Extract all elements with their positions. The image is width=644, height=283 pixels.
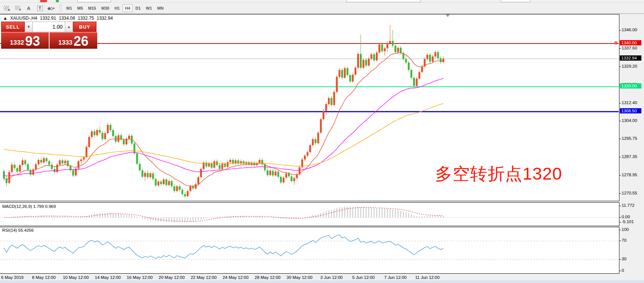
axis-tickmark xyxy=(619,206,621,206)
toolbar-box-sliver xyxy=(501,0,530,2)
buy-button[interactable]: BUY xyxy=(73,22,96,32)
buy-chip-sliver xyxy=(40,0,47,2)
rsi-tick-100: 100 xyxy=(622,227,629,232)
close-value: 1332.94 xyxy=(96,16,112,21)
time-label-7-Jun-12-00: 7 Jun 12:00 xyxy=(384,275,406,280)
axis-tickmark xyxy=(619,139,621,139)
buy-price-display[interactable]: 1333 26 xyxy=(50,32,97,49)
time-label-14-May-12-00: 14 May 12:00 xyxy=(95,275,121,280)
timeframe-bar: M1M5M15M30H1H4D1W1MN xyxy=(64,4,166,12)
text-icon[interactable]: A xyxy=(24,4,34,12)
time-label-8-May-12-00: 8 May 12:00 xyxy=(32,275,55,280)
timeframe-button-D1[interactable]: D1 xyxy=(133,4,143,12)
volume-decrease-button[interactable]: ▼ xyxy=(25,22,33,32)
rsi-tick-0: 0 xyxy=(622,268,624,273)
bottom-strip xyxy=(0,281,644,283)
time-label-16-May-12-00: 16 May 12:00 xyxy=(127,275,153,280)
toolbar-box-sliver xyxy=(77,0,111,2)
sell-price-big: 93 xyxy=(25,35,40,48)
price-tick-1287.35: 1287.35 xyxy=(622,154,637,159)
timeframe-button-M30[interactable]: M30 xyxy=(99,4,111,12)
rsi-canvas[interactable] xyxy=(0,227,619,273)
axis-tickmark xyxy=(619,230,621,230)
timeframe-button-MN[interactable]: MN xyxy=(155,4,166,12)
axis-tickmark xyxy=(619,48,621,49)
mt4-window: E F A T ◆◇▾ M1M5M15M30H1H4D1W1MN ▲ XAUUS… xyxy=(0,0,644,283)
one-click-trading-panel: SELL ▼ ▲ BUY 1332 93 1333 26 xyxy=(1,22,97,49)
axis-tickmark xyxy=(619,121,621,121)
rsi-tick-70: 70 xyxy=(622,238,626,242)
timeframe-button-M15[interactable]: M15 xyxy=(86,4,98,12)
macd-label: MACD(12,26,9) 1.799 0.969 xyxy=(2,204,56,209)
chart-shift-marker-icon[interactable] xyxy=(446,15,450,17)
price-axis[interactable]: 1346.001337.601329.201320.801312.401304.… xyxy=(619,14,644,274)
axis-tickmark xyxy=(619,241,621,241)
axis-tickmark xyxy=(619,193,621,194)
time-label-30-May-12-00: 30 May 12:00 xyxy=(286,275,313,280)
time-label-3-Jun-12-00: 3 Jun 12:00 xyxy=(320,275,343,280)
time-label-20-May-12-00: 20 May 12:00 xyxy=(159,275,185,280)
axis-tickmark xyxy=(619,217,621,218)
axis-tickmark xyxy=(619,259,621,260)
fibo-expansion-icon[interactable]: E xyxy=(1,4,11,12)
toolbar-box-sliver xyxy=(346,0,421,2)
timeframe-button-H1[interactable]: H1 xyxy=(112,4,122,12)
price-tick-1337.60: 1337.60 xyxy=(622,46,637,50)
time-label-5-Jun-12-00: 5 Jun 12:00 xyxy=(352,275,375,280)
buy-price-small: 1333 xyxy=(58,39,73,46)
volume-input[interactable] xyxy=(33,22,65,32)
axis-tickmark xyxy=(619,67,621,67)
toolbar-separator xyxy=(60,4,61,12)
macd-pane[interactable] xyxy=(0,202,619,226)
time-label-28-May-12-00: 28 May 12:00 xyxy=(255,275,281,280)
price-tick-1304.00: 1304.00 xyxy=(622,118,637,123)
timeframe-button-M1[interactable]: M1 xyxy=(64,4,74,12)
timeframe-button-W1[interactable]: W1 xyxy=(144,4,155,12)
macd-tick-11.772: 11.772 xyxy=(622,203,634,208)
time-axis[interactable]: 6 May 20198 May 12:0010 May 12:0014 May … xyxy=(0,274,619,281)
hline-handle[interactable] xyxy=(615,42,617,44)
price-tick-1278.95: 1278.95 xyxy=(622,173,637,177)
rsi-label: RSI(14) 55.4256 xyxy=(2,228,34,232)
axis-tickmark xyxy=(619,157,621,157)
open-value: 1332.91 xyxy=(40,16,56,21)
macd-canvas[interactable] xyxy=(0,203,619,226)
low-value: 1332.75 xyxy=(78,16,94,21)
chart-ohlc-header: ▲ XAUUSD-,H4 1332.91 1334.08 1332.75 133… xyxy=(3,16,114,21)
high-value: 1334.08 xyxy=(59,16,75,21)
axis-tickmark xyxy=(619,30,621,30)
timeframe-button-M5[interactable]: M5 xyxy=(75,4,85,12)
sell-button[interactable]: SELL xyxy=(1,22,25,32)
upper-toolbar-sliver xyxy=(0,0,644,3)
price-tag-1320.00: 1320.00 xyxy=(620,83,641,89)
rsi-tick-30: 30 xyxy=(622,257,626,261)
price-tag-1340.00: 1340.00 xyxy=(620,40,641,45)
timeframe-button-H4[interactable]: H4 xyxy=(123,4,132,12)
price-tick-1346.00: 1346.00 xyxy=(622,28,637,32)
chart-mode-icon: ▲ xyxy=(3,16,7,21)
price-tag-1308.50: 1308.50 xyxy=(620,108,641,113)
current-price-tag: 1332.94 xyxy=(620,55,641,61)
axis-tickmark xyxy=(619,222,621,222)
sell-price-display[interactable]: 1332 93 xyxy=(1,32,50,49)
arrows-icon[interactable]: ◆◇▾ xyxy=(46,4,56,12)
price-tick-1270.55: 1270.55 xyxy=(622,191,637,195)
time-label-22-May-12-00: 22 May 12:00 xyxy=(191,275,217,280)
fibo-retracement-icon[interactable]: F xyxy=(13,4,22,12)
macd-tick-0.00: 0.00 xyxy=(622,215,630,219)
price-tick-1295.75: 1295.75 xyxy=(622,136,637,141)
macd-tick--5.101: -5.101 xyxy=(622,219,634,224)
axis-tickmark xyxy=(619,271,621,271)
price-tick-1312.40: 1312.40 xyxy=(622,100,637,105)
sell-chip-sliver xyxy=(56,0,59,2)
rsi-pane[interactable] xyxy=(0,227,619,274)
axis-tickmark xyxy=(619,175,621,176)
axis-tickmark xyxy=(619,103,621,103)
volume-increase-button[interactable]: ▲ xyxy=(65,22,73,32)
buy-price-big: 26 xyxy=(73,35,88,48)
chart-annotation-text: 多空转折点1320 xyxy=(435,163,562,186)
sell-price-small: 1332 xyxy=(10,39,24,46)
text-label-icon[interactable]: T xyxy=(35,4,45,12)
time-label-24-May-12-00: 24 May 12:00 xyxy=(223,275,249,280)
drawing-toolbar: E F A T ◆◇▾ M1M5M15M30H1H4D1W1MN xyxy=(0,3,644,14)
